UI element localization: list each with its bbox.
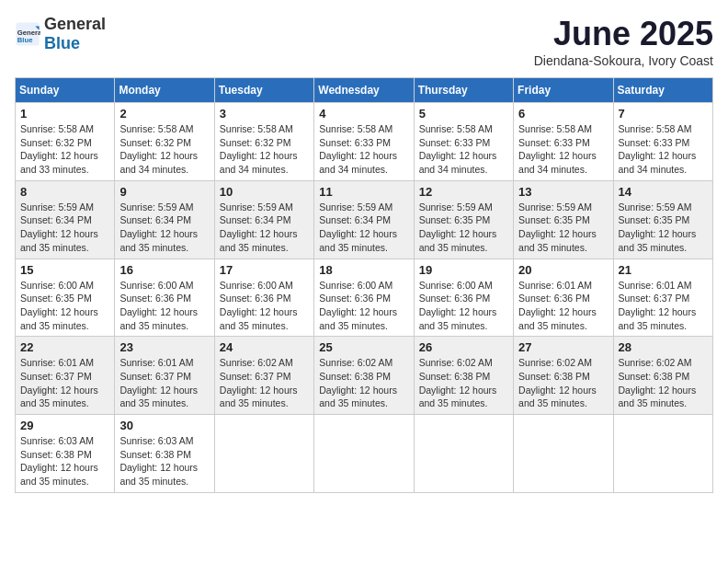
calendar-cell: 27Sunrise: 6:02 AMSunset: 6:38 PMDayligh… xyxy=(514,337,613,415)
calendar-cell: 5Sunrise: 5:58 AMSunset: 6:33 PMDaylight… xyxy=(414,103,513,181)
day-number: 10 xyxy=(220,185,309,199)
header: General Blue General Blue June 2025 Dien… xyxy=(15,15,713,68)
day-number: 17 xyxy=(220,263,309,277)
day-number: 19 xyxy=(419,263,508,277)
day-info: Sunrise: 6:00 AMSunset: 6:35 PMDaylight:… xyxy=(20,279,109,333)
col-header-monday: Monday xyxy=(115,78,214,103)
day-number: 23 xyxy=(119,340,209,354)
day-info: Sunrise: 5:58 AMSunset: 6:32 PMDaylight:… xyxy=(20,122,109,177)
col-header-wednesday: Wednesday xyxy=(314,78,414,103)
day-number: 12 xyxy=(419,185,508,199)
calendar-cell: 28Sunrise: 6:02 AMSunset: 6:38 PMDayligh… xyxy=(613,337,712,415)
day-info: Sunrise: 5:58 AMSunset: 6:33 PMDaylight:… xyxy=(619,122,708,177)
page-subtitle: Diendana-Sokoura, Ivory Coast xyxy=(534,53,713,68)
day-info: Sunrise: 6:02 AMSunset: 6:38 PMDaylight:… xyxy=(319,356,408,410)
col-header-thursday: Thursday xyxy=(414,78,513,103)
calendar-cell: 2Sunrise: 5:58 AMSunset: 6:32 PMDaylight… xyxy=(115,103,214,181)
day-info: Sunrise: 6:03 AMSunset: 6:38 PMDaylight:… xyxy=(119,434,209,488)
calendar-cell: 30Sunrise: 6:03 AMSunset: 6:38 PMDayligh… xyxy=(115,415,214,493)
day-number: 15 xyxy=(20,263,109,277)
day-number: 26 xyxy=(419,340,508,354)
day-info: Sunrise: 5:58 AMSunset: 6:33 PMDaylight:… xyxy=(419,122,508,177)
logo: General Blue General Blue xyxy=(15,15,106,53)
calendar-cell: 10Sunrise: 5:59 AMSunset: 6:34 PMDayligh… xyxy=(214,180,313,259)
calendar-cell: 23Sunrise: 6:01 AMSunset: 6:37 PMDayligh… xyxy=(115,337,214,415)
calendar-week-3: 15Sunrise: 6:00 AMSunset: 6:35 PMDayligh… xyxy=(16,259,713,337)
day-info: Sunrise: 6:02 AMSunset: 6:38 PMDaylight:… xyxy=(619,356,708,410)
day-number: 30 xyxy=(119,419,209,432)
calendar-cell xyxy=(314,415,414,493)
day-info: Sunrise: 6:01 AMSunset: 6:37 PMDaylight:… xyxy=(20,356,109,410)
calendar-cell: 24Sunrise: 6:02 AMSunset: 6:37 PMDayligh… xyxy=(214,337,313,415)
day-number: 9 xyxy=(119,185,209,199)
calendar-cell: 12Sunrise: 5:59 AMSunset: 6:35 PMDayligh… xyxy=(414,180,513,259)
col-header-tuesday: Tuesday xyxy=(214,78,313,103)
day-info: Sunrise: 5:58 AMSunset: 6:32 PMDaylight:… xyxy=(119,122,209,177)
day-number: 1 xyxy=(20,107,109,121)
calendar-cell xyxy=(414,415,513,493)
calendar-week-5: 29Sunrise: 6:03 AMSunset: 6:38 PMDayligh… xyxy=(16,415,713,493)
day-info: Sunrise: 5:59 AMSunset: 6:34 PMDaylight:… xyxy=(119,201,209,255)
calendar-cell: 6Sunrise: 5:58 AMSunset: 6:33 PMDaylight… xyxy=(514,103,613,181)
calendar-cell: 25Sunrise: 6:02 AMSunset: 6:38 PMDayligh… xyxy=(314,337,414,415)
day-number: 25 xyxy=(319,340,408,354)
col-header-sunday: Sunday xyxy=(16,78,115,103)
calendar-cell: 14Sunrise: 5:59 AMSunset: 6:35 PMDayligh… xyxy=(613,180,712,259)
day-info: Sunrise: 6:01 AMSunset: 6:37 PMDaylight:… xyxy=(119,356,209,410)
day-number: 18 xyxy=(319,263,408,277)
day-number: 22 xyxy=(20,340,109,354)
calendar-cell xyxy=(214,415,313,493)
day-info: Sunrise: 5:59 AMSunset: 6:34 PMDaylight:… xyxy=(20,201,109,255)
day-info: Sunrise: 5:59 AMSunset: 6:35 PMDaylight:… xyxy=(419,201,508,255)
day-number: 8 xyxy=(20,185,109,199)
day-number: 20 xyxy=(518,263,608,277)
day-info: Sunrise: 6:01 AMSunset: 6:36 PMDaylight:… xyxy=(518,279,608,333)
day-number: 11 xyxy=(319,185,408,199)
day-number: 21 xyxy=(619,263,708,277)
day-number: 16 xyxy=(119,263,209,277)
day-info: Sunrise: 6:01 AMSunset: 6:37 PMDaylight:… xyxy=(619,279,708,333)
calendar-cell: 3Sunrise: 5:58 AMSunset: 6:32 PMDaylight… xyxy=(214,103,313,181)
col-header-saturday: Saturday xyxy=(613,78,712,103)
day-number: 13 xyxy=(518,185,608,199)
day-number: 14 xyxy=(619,185,708,199)
day-number: 28 xyxy=(619,340,708,354)
calendar-cell: 18Sunrise: 6:00 AMSunset: 6:36 PMDayligh… xyxy=(314,259,414,337)
col-header-friday: Friday xyxy=(514,78,613,103)
day-number: 5 xyxy=(419,107,508,121)
day-number: 24 xyxy=(220,340,309,354)
day-number: 6 xyxy=(518,107,608,121)
day-info: Sunrise: 5:58 AMSunset: 6:33 PMDaylight:… xyxy=(518,122,608,177)
calendar-cell xyxy=(613,415,712,493)
day-info: Sunrise: 6:00 AMSunset: 6:36 PMDaylight:… xyxy=(319,279,408,333)
calendar-cell: 15Sunrise: 6:00 AMSunset: 6:35 PMDayligh… xyxy=(16,259,115,337)
calendar-week-1: 1Sunrise: 5:58 AMSunset: 6:32 PMDaylight… xyxy=(16,103,713,181)
calendar-cell: 9Sunrise: 5:59 AMSunset: 6:34 PMDaylight… xyxy=(115,180,214,259)
day-info: Sunrise: 5:59 AMSunset: 6:35 PMDaylight:… xyxy=(518,201,608,255)
day-info: Sunrise: 6:00 AMSunset: 6:36 PMDaylight:… xyxy=(220,279,309,333)
day-info: Sunrise: 5:59 AMSunset: 6:34 PMDaylight:… xyxy=(319,201,408,255)
day-number: 4 xyxy=(319,107,408,121)
calendar-cell: 7Sunrise: 5:58 AMSunset: 6:33 PMDaylight… xyxy=(613,103,712,181)
day-info: Sunrise: 6:00 AMSunset: 6:36 PMDaylight:… xyxy=(119,279,209,333)
calendar-cell: 17Sunrise: 6:00 AMSunset: 6:36 PMDayligh… xyxy=(214,259,313,337)
calendar-cell: 26Sunrise: 6:02 AMSunset: 6:38 PMDayligh… xyxy=(414,337,513,415)
day-number: 2 xyxy=(119,107,209,121)
calendar-cell: 20Sunrise: 6:01 AMSunset: 6:36 PMDayligh… xyxy=(514,259,613,337)
day-info: Sunrise: 6:03 AMSunset: 6:38 PMDaylight:… xyxy=(20,434,109,488)
calendar-cell: 11Sunrise: 5:59 AMSunset: 6:34 PMDayligh… xyxy=(314,180,414,259)
day-info: Sunrise: 5:59 AMSunset: 6:35 PMDaylight:… xyxy=(619,201,708,255)
calendar-cell: 21Sunrise: 6:01 AMSunset: 6:37 PMDayligh… xyxy=(613,259,712,337)
day-number: 3 xyxy=(220,107,309,121)
calendar: SundayMondayTuesdayWednesdayThursdayFrid… xyxy=(15,77,713,493)
day-info: Sunrise: 5:59 AMSunset: 6:34 PMDaylight:… xyxy=(220,201,309,255)
day-info: Sunrise: 6:02 AMSunset: 6:37 PMDaylight:… xyxy=(220,356,309,410)
day-info: Sunrise: 5:58 AMSunset: 6:33 PMDaylight:… xyxy=(319,122,408,177)
day-number: 7 xyxy=(619,107,708,121)
calendar-cell: 29Sunrise: 6:03 AMSunset: 6:38 PMDayligh… xyxy=(16,415,115,493)
calendar-cell: 19Sunrise: 6:00 AMSunset: 6:36 PMDayligh… xyxy=(414,259,513,337)
calendar-cell: 1Sunrise: 5:58 AMSunset: 6:32 PMDaylight… xyxy=(16,103,115,181)
calendar-week-2: 8Sunrise: 5:59 AMSunset: 6:34 PMDaylight… xyxy=(16,180,713,259)
day-number: 27 xyxy=(518,340,608,354)
calendar-cell: 13Sunrise: 5:59 AMSunset: 6:35 PMDayligh… xyxy=(514,180,613,259)
